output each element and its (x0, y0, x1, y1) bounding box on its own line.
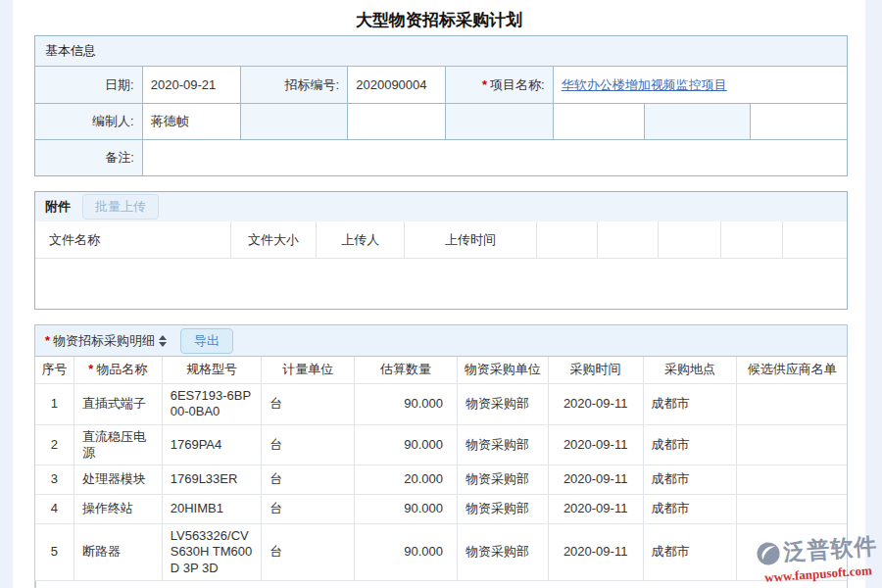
col-purchase-unit: 物资采购单位 (458, 357, 549, 383)
basic-info-header: 基本信息 (35, 36, 847, 66)
col-qty: 估算数量 (355, 357, 458, 383)
col-seq: 序号 (35, 357, 74, 383)
cell-unit: 台 (262, 466, 355, 494)
cell-unit: 台 (262, 425, 355, 466)
attachments-section: 附件 批量上传 文件名称 文件大小 上传人 上传时间 (34, 191, 848, 310)
table-row: 1 直插式端子 6ES7193-6BP00-0BA0 台 90.000 物资采购… (35, 384, 847, 425)
detail-header-bar: * 物资招标采购明细 导出 (34, 324, 848, 357)
cell-qty: 90.000 (355, 524, 458, 580)
cell-time: 2020-09-11 (549, 495, 644, 523)
cell-purchase-unit: 物资采购部 (458, 524, 549, 580)
detail-table-header: 序号 * 物品名称 规格型号 计量单位 估算数量 物资采购单位 采购时间 采购地… (35, 357, 847, 384)
cell-unit: 台 (262, 495, 355, 523)
creator-label: 编制人: (35, 104, 143, 139)
cell-item-name: 操作终站 (74, 495, 163, 523)
table-row: 2 直流稳压电源 1769PA4 台 90.000 物资采购部 2020-09-… (35, 425, 847, 466)
attachments-empty-body (35, 259, 847, 309)
cell-suppliers (737, 425, 847, 466)
date-label: 日期: (35, 67, 143, 103)
content-panel: 大型物资招标采购计划 基本信息 日期: 2020-09-21 招标编号: 202… (13, 0, 865, 588)
cell-model: 20HIMB1 (163, 495, 263, 523)
cell-time: 2020-09-11 (549, 524, 644, 580)
project-value-cell: 华软办公楼增加视频监控项目 (554, 67, 847, 103)
required-asterisk: * (482, 77, 487, 92)
cell-suppliers (737, 495, 847, 523)
remark-value (143, 140, 847, 175)
cell-qty: 90.000 (355, 384, 458, 424)
attachments-header-bar: 附件 批量上传 (35, 192, 847, 221)
cell-time: 2020-09-11 (549, 425, 644, 466)
table-row: 4 操作终站 20HIMB1 台 90.000 物资采购部 2020-09-11… (35, 495, 847, 524)
col-model: 规格型号 (163, 357, 263, 383)
required-asterisk: * (45, 333, 50, 348)
detail-section: * 物资招标采购明细 导出 序号 * 物品名称 规格型号 计量单位 估算数量 物… (34, 324, 848, 588)
table-row: 3 处理器模块 1769L33ER 台 20.000 物资采购部 2020-09… (35, 466, 847, 495)
empty-value-cell (348, 104, 446, 139)
col-empty (598, 221, 660, 258)
attachments-column-header: 文件名称 文件大小 上传人 上传时间 (35, 221, 847, 259)
cell-seq: 3 (35, 466, 74, 494)
sort-down-icon (159, 342, 167, 347)
col-empty (783, 221, 847, 258)
date-value: 2020-09-21 (143, 67, 241, 103)
empty-label-cell (241, 104, 349, 139)
cell-place: 成都市 (644, 425, 738, 466)
cell-place: 成都市 (644, 466, 738, 494)
bid-no-label: 招标编号: (241, 67, 349, 103)
cell-unit: 台 (262, 384, 355, 424)
col-time: 采购时间 (549, 357, 644, 383)
detail-table-overflow (35, 581, 847, 588)
cell-purchase-unit: 物资采购部 (458, 495, 549, 523)
col-place: 采购地点 (644, 357, 738, 383)
creator-value: 蒋德帧 (143, 104, 241, 139)
cell-suppliers (737, 466, 847, 494)
empty-label-cell (446, 104, 554, 139)
cell-model: LV563326/CVS630H TM600D 3P 3D (163, 524, 263, 580)
cell-model: 1769L33ER (163, 466, 263, 494)
col-upload-time: 上传时间 (405, 221, 537, 258)
cell-model: 1769PA4 (163, 425, 263, 466)
cell-seq: 1 (35, 384, 74, 424)
basic-info-row-1: 日期: 2020-09-21 招标编号: 2020090004 * 项目名称: … (35, 66, 847, 103)
cell-purchase-unit: 物资采购部 (458, 466, 549, 494)
cell-model: 6ES7193-6BP00-0BA0 (163, 384, 263, 424)
cell-suppliers (737, 524, 847, 580)
page-title: 大型物资招标采购计划 (13, 0, 865, 35)
cell-unit: 台 (262, 524, 355, 580)
cell-qty: 90.000 (355, 425, 458, 466)
cell-purchase-unit: 物资采购部 (458, 384, 549, 424)
detail-title: 物资招标采购明细 (53, 332, 155, 350)
cell-seq: 5 (35, 524, 74, 580)
cell-place: 成都市 (644, 495, 738, 523)
col-empty (721, 221, 783, 258)
cell-seq: 2 (35, 425, 74, 466)
empty-value-cell (751, 104, 847, 139)
basic-info-section: 基本信息 日期: 2020-09-21 招标编号: 2020090004 * 项… (34, 35, 848, 176)
cell-purchase-unit: 物资采购部 (458, 425, 549, 466)
col-item-name: * 物品名称 (74, 357, 163, 383)
col-suppliers: 候选供应商名单 (737, 357, 847, 383)
sort-spinner-icon[interactable] (159, 335, 167, 347)
sort-up-icon (159, 335, 167, 340)
remark-label: 备注: (35, 140, 143, 175)
batch-upload-button[interactable]: 批量上传 (82, 194, 159, 220)
cell-item-name: 断路器 (74, 524, 163, 580)
project-label-text: 项目名称: (490, 76, 545, 94)
cell-place: 成都市 (644, 384, 738, 424)
col-item-name-text: 物品名称 (96, 362, 147, 377)
cell-seq: 4 (35, 495, 74, 523)
required-asterisk: * (88, 362, 93, 377)
cell-item-name: 直插式端子 (74, 384, 163, 424)
cell-qty: 90.000 (355, 495, 458, 523)
cell-time: 2020-09-11 (549, 384, 644, 424)
col-uploader: 上传人 (317, 221, 405, 258)
export-button[interactable]: 导出 (180, 328, 233, 354)
project-label: * 项目名称: (446, 67, 554, 103)
cell-suppliers (737, 384, 847, 424)
project-name-link[interactable]: 华软办公楼增加视频监控项目 (562, 76, 727, 94)
bid-no-value: 2020090004 (348, 67, 446, 103)
col-empty (537, 221, 598, 258)
cell-place: 成都市 (644, 524, 738, 580)
col-empty (659, 221, 721, 258)
empty-label-cell (645, 104, 752, 139)
